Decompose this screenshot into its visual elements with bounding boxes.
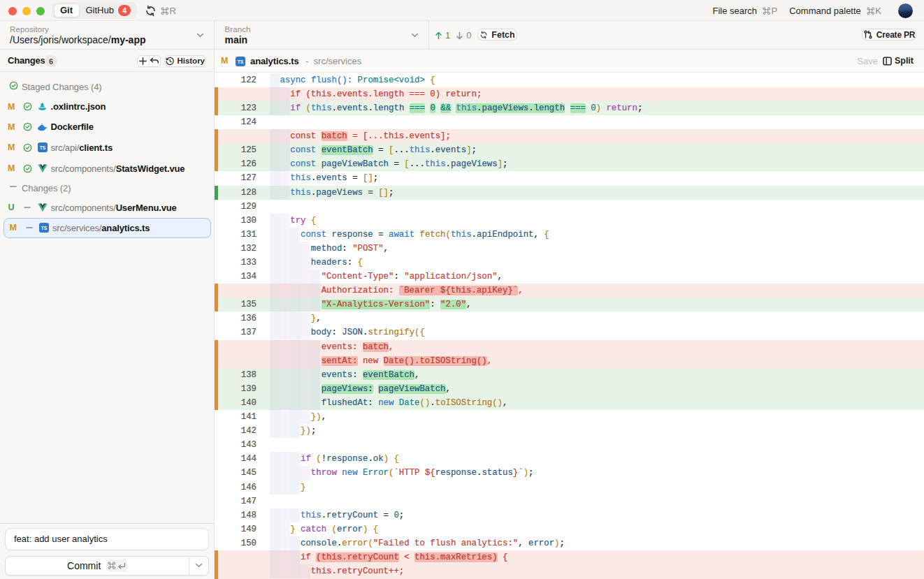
svg-text:TS: TS [238, 59, 244, 64]
svg-text:TS: TS [41, 226, 48, 231]
svg-text:TS: TS [39, 145, 45, 150]
